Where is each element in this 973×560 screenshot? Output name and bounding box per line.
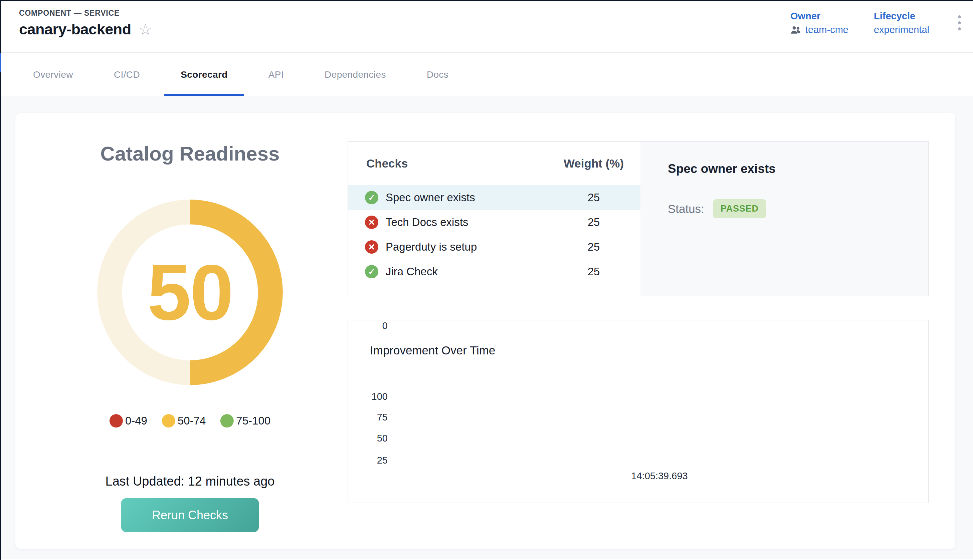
tab-dependencies[interactable]: Dependencies [304, 53, 406, 96]
entity-tabs: Overview CI/CD Scorecard API Dependencie… [0, 53, 973, 96]
legend-dot-yellow [162, 414, 175, 428]
check-failed-icon: ✕ [365, 216, 378, 229]
favorite-star-icon[interactable]: ☆ [139, 22, 152, 37]
y-axis-tick: 75 [348, 412, 388, 423]
owner-block: Owner team-cme [790, 11, 848, 35]
check-failed-icon: ✕ [365, 240, 378, 253]
y-axis-tick: 0 [348, 320, 388, 332]
legend-item-mid: 50-74 [162, 414, 206, 428]
legend-label-mid: 50-74 [178, 415, 206, 427]
owner-value-row[interactable]: team-cme [790, 24, 848, 35]
rerun-checks-button[interactable]: Rerun Checks [121, 498, 259, 532]
check-passed-icon: ✓ [365, 265, 378, 278]
lifecycle-label: Lifecycle [874, 11, 929, 22]
chart-title: Improvement Over Time [370, 344, 495, 357]
legend-label-high: 75-100 [236, 415, 270, 427]
window-top-edge [0, 0, 973, 1]
check-name-text: Spec owner exists [386, 191, 475, 204]
page-title: canary-backend [19, 21, 131, 38]
last-updated-text: Last Updated: 12 minutes ago [105, 474, 274, 488]
status-badge: PASSED [713, 199, 766, 218]
y-axis-tick: 100 [348, 391, 388, 402]
check-detail-title: Spec owner exists [668, 162, 928, 176]
checks-table-header: Checks Weight (%) [348, 142, 641, 185]
y-axis-tick: 25 [348, 455, 388, 466]
tab-api[interactable]: API [248, 53, 304, 96]
owner-link[interactable]: team-cme [805, 24, 848, 35]
legend-item-high: 75-100 [220, 414, 270, 428]
checks-column-header: Checks [366, 157, 547, 170]
check-status-row: Status: PASSED [668, 199, 928, 218]
people-icon [790, 25, 802, 34]
tab-scorecard[interactable]: Scorecard [160, 53, 248, 96]
check-weight: 25 [547, 265, 641, 278]
scorecard-title: Catalog Readiness [100, 142, 280, 165]
improvement-chart-panel: Improvement Over Time 100 75 50 25 0 14:… [347, 320, 929, 503]
checks-panel: Checks Weight (%) ✓ Spec owner exists 25… [347, 141, 929, 297]
tab-docs[interactable]: Docs [406, 53, 469, 96]
lifecycle-block: Lifecycle experimental [874, 11, 929, 35]
score-value: 50 [147, 247, 232, 338]
left-edge-accent [0, 53, 1, 72]
checks-table: Checks Weight (%) ✓ Spec owner exists 25… [348, 142, 641, 296]
check-detail-panel: Spec owner exists Status: PASSED [641, 142, 928, 296]
check-row-spec-owner[interactable]: ✓ Spec owner exists 25 [348, 185, 641, 210]
lifecycle-value: experimental [874, 24, 929, 35]
legend-dot-red [110, 414, 123, 428]
weight-column-header: Weight (%) [547, 157, 641, 170]
y-axis-tick: 50 [348, 433, 388, 444]
window-left-edge [0, 0, 1, 560]
header-meta: Owner team-cme Lifecycle experimental [790, 11, 964, 35]
tab-overview[interactable]: Overview [13, 53, 93, 96]
entity-header: COMPONENT — SERVICE canary-backend ☆ Own… [0, 0, 973, 52]
scorecard-page: Catalog Readiness 50 0-49 50-74 75-100 L… [0, 96, 973, 559]
status-label: Status: [668, 202, 704, 216]
legend-label-low: 0-49 [125, 415, 147, 427]
entity-kind-label: COMPONENT — SERVICE [19, 9, 120, 18]
check-row-pagerduty[interactable]: ✕ Pagerduty is setup 25 [348, 235, 641, 259]
check-name-text: Tech Docs exists [386, 216, 469, 228]
check-weight: 25 [547, 191, 641, 204]
check-passed-icon: ✓ [365, 191, 378, 204]
tab-cicd[interactable]: CI/CD [93, 53, 160, 96]
check-row-jira[interactable]: ✓ Jira Check 25 [348, 259, 641, 284]
check-weight: 25 [547, 241, 641, 253]
more-options-kebab-icon[interactable] [955, 11, 964, 35]
scorecard-card: Catalog Readiness 50 0-49 50-74 75-100 L… [15, 113, 955, 549]
check-name-text: Pagerduty is setup [386, 241, 477, 253]
check-weight: 25 [547, 216, 641, 228]
legend-item-low: 0-49 [110, 414, 147, 428]
score-legend: 0-49 50-74 75-100 [110, 414, 270, 428]
owner-label: Owner [790, 11, 848, 22]
check-name-text: Jira Check [386, 265, 438, 278]
title-row: canary-backend ☆ [19, 21, 152, 38]
check-row-tech-docs[interactable]: ✕ Tech Docs exists 25 [348, 210, 641, 235]
x-axis-tick: 14:05:39.693 [631, 470, 688, 482]
legend-dot-green [220, 414, 234, 428]
